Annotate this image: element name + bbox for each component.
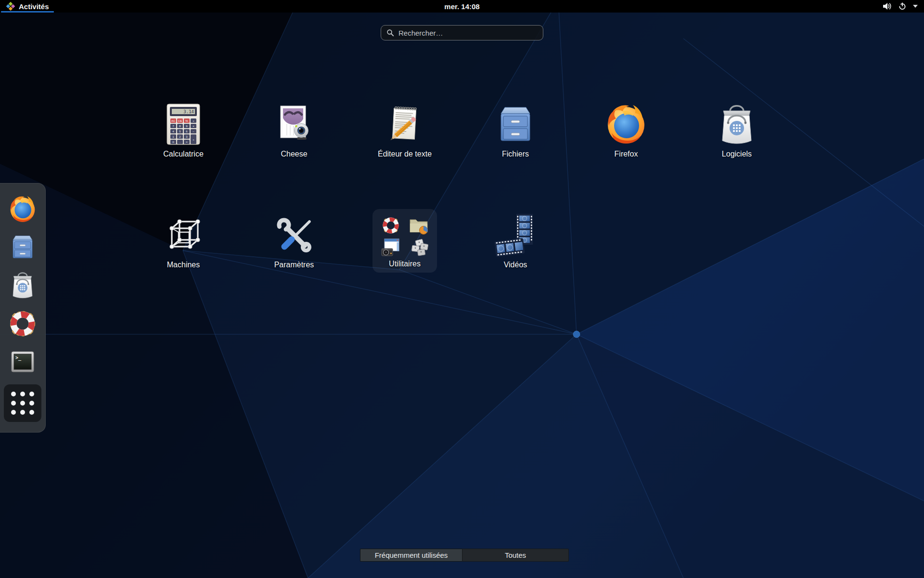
- calc-display: 3.14: [183, 109, 194, 114]
- terminal-prompt: >_: [15, 355, 22, 361]
- text-editor-icon: [382, 101, 428, 147]
- app-grid-dots-icon: [11, 392, 34, 415]
- calc-key: AC: [171, 119, 176, 122]
- terminal-icon: >_: [7, 346, 38, 377]
- dash-item-software[interactable]: [7, 270, 38, 301]
- calc-key: ×: [192, 125, 194, 128]
- calc-key: −: [192, 130, 194, 133]
- app-label: Vidéos: [504, 261, 527, 269]
- help-mini-icon: [380, 215, 401, 236]
- app-parametres[interactable]: Paramètres: [239, 209, 349, 273]
- dash-item-help[interactable]: [7, 308, 38, 339]
- frequent-apps-button[interactable]: Fréquemment utilisées: [360, 549, 462, 562]
- boxes-cube-icon: [160, 212, 206, 258]
- app-calculatrice[interactable]: 3.14 AC CE % + 7 8 9 × 4 5 6 − 1 2 3: [128, 101, 239, 158]
- folder-mini-icons: [380, 215, 429, 258]
- calc-key: %: [185, 119, 188, 122]
- grid-spacer-2: [681, 209, 792, 273]
- app-editeur-de-texte[interactable]: Éditeur de texte: [349, 101, 460, 158]
- app-fichiers[interactable]: Fichiers: [460, 101, 571, 158]
- app-label: Logiciels: [722, 150, 752, 158]
- calc-key: =: [186, 141, 188, 144]
- settings-tools-icon: [271, 212, 317, 258]
- calculator-icon: 3.14 AC CE % + 7 8 9 × 4 5 6 − 1 2 3: [160, 101, 206, 147]
- calc-key: +: [192, 138, 194, 141]
- software-bag-icon: [714, 101, 760, 147]
- show-applications-button[interactable]: [4, 384, 41, 422]
- app-logiciels[interactable]: Logiciels: [681, 101, 792, 158]
- file-cabinet-icon: [492, 101, 539, 147]
- app-label: Paramètres: [274, 261, 314, 269]
- top-bar: Activités mer. 14:08: [0, 0, 924, 13]
- search-field[interactable]: [381, 25, 543, 40]
- volume-icon[interactable]: [882, 2, 892, 10]
- app-label: Cheese: [281, 150, 307, 158]
- app-label: Calculatrice: [163, 150, 204, 158]
- folder-tile-utilitaires[interactable]: Utilitaires: [372, 209, 437, 273]
- app-grid-row-1: 3.14 AC CE % + 7 8 9 × 4 5 6 − 1 2 3: [128, 101, 792, 158]
- calc-key: CE: [178, 119, 182, 122]
- all-apps-button[interactable]: Toutes: [462, 549, 569, 562]
- dash-item-files[interactable]: [7, 232, 38, 263]
- app-videos[interactable]: Vidéos: [460, 209, 571, 273]
- app-cheese[interactable]: Cheese: [239, 101, 349, 158]
- desktop-wallpaper: [0, 0, 924, 578]
- folder-label: Utilitaires: [389, 260, 421, 268]
- view-switcher: Fréquemment utilisées Toutes: [360, 549, 569, 562]
- dash-item-terminal[interactable]: >_: [7, 346, 38, 377]
- activities-label: Activités: [19, 2, 49, 11]
- firefox-icon: [603, 101, 649, 147]
- distro-logo-icon: [6, 2, 15, 11]
- grid-spacer-1: [571, 209, 681, 273]
- cheese-icon: [271, 101, 317, 147]
- film-strip-icon: [492, 212, 539, 258]
- file-cabinet-icon: [7, 232, 38, 263]
- screenshot-mini-icon: [380, 237, 401, 258]
- system-menu[interactable]: [882, 0, 918, 13]
- keys-mini-icon: [408, 237, 429, 258]
- app-folder-utilitaires[interactable]: Utilitaires: [349, 209, 460, 273]
- dash: >_: [0, 183, 46, 433]
- app-label: Firefox: [615, 150, 638, 158]
- app-firefox[interactable]: Firefox: [571, 101, 681, 158]
- lifebuoy-icon: [7, 308, 38, 339]
- app-machines[interactable]: Machines: [128, 209, 239, 273]
- search-icon: [386, 29, 394, 37]
- app-grid-row-2: Machines Paramètres: [128, 209, 792, 273]
- power-icon[interactable]: [898, 2, 906, 10]
- search-input[interactable]: [398, 29, 538, 37]
- calc-key: +: [192, 119, 194, 122]
- clock[interactable]: mer. 14:08: [444, 0, 479, 13]
- activities-button[interactable]: Activités: [0, 0, 55, 13]
- app-label: Éditeur de texte: [378, 150, 432, 158]
- software-bag-icon: [7, 270, 38, 301]
- disk-usage-mini-icon: [408, 215, 429, 236]
- dash-item-firefox[interactable]: [7, 194, 38, 224]
- app-label: Fichiers: [502, 150, 529, 158]
- firefox-icon: [7, 194, 38, 224]
- chevron-down-icon[interactable]: [913, 5, 918, 8]
- app-label: Machines: [167, 261, 200, 269]
